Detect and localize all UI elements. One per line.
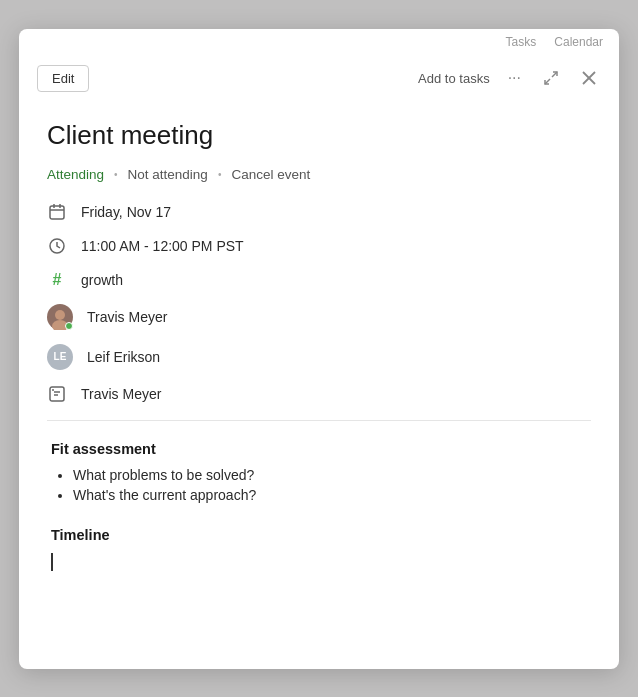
tag-row: # growth	[47, 270, 591, 290]
fit-assessment-heading: Fit assessment	[51, 441, 591, 457]
attendance-row: Attending • Not attending • Cancel event	[47, 167, 591, 182]
avatar-travis	[47, 304, 73, 330]
attending-option[interactable]: Attending	[47, 167, 104, 182]
attendee-row-1: LE Leif Erikson	[47, 344, 591, 370]
modal-header: Edit Add to tasks ···	[19, 51, 619, 102]
top-bar-tabs: Tasks Calendar	[500, 33, 609, 51]
more-options-button[interactable]: ···	[504, 67, 525, 89]
time-row: 11:00 AM - 12:00 PM PST	[47, 236, 591, 256]
date-row: Friday, Nov 17	[47, 202, 591, 222]
calendar-icon	[47, 202, 67, 222]
text-cursor	[51, 553, 53, 571]
fit-assessment-section: Fit assessment What problems to be solve…	[51, 441, 591, 503]
timeline-section: Timeline	[51, 527, 591, 575]
edit-button[interactable]: Edit	[37, 65, 89, 92]
cancel-event-option[interactable]: Cancel event	[231, 167, 310, 182]
dot-2: •	[218, 169, 222, 180]
top-bar: Tasks Calendar	[19, 29, 619, 51]
attendee-row-0: Travis Meyer	[47, 304, 591, 330]
tab-tasks[interactable]: Tasks	[500, 33, 543, 51]
online-indicator	[65, 322, 73, 330]
organizer-name: Travis Meyer	[81, 386, 161, 402]
attendee-name-1: Leif Erikson	[87, 349, 160, 365]
tag-icon: #	[47, 270, 67, 290]
list-item: What's the current approach?	[73, 487, 591, 503]
svg-point-10	[55, 310, 65, 320]
event-time: 11:00 AM - 12:00 PM PST	[81, 238, 244, 254]
clock-icon	[47, 236, 67, 256]
timeline-cursor-area[interactable]	[51, 553, 591, 575]
organizer-row: Travis Meyer	[47, 384, 591, 404]
expand-icon	[543, 70, 559, 86]
modal-overlay: Tasks Calendar Edit Add to tasks ···	[0, 0, 638, 697]
list-item: What problems to be solved?	[73, 467, 591, 483]
modal-body: Client meeting Attending • Not attending…	[19, 102, 619, 603]
fit-assessment-list: What problems to be solved? What's the c…	[51, 467, 591, 503]
organizer-icon	[47, 384, 67, 404]
notes-section: Fit assessment What problems to be solve…	[47, 441, 591, 575]
expand-button[interactable]	[539, 68, 563, 88]
svg-rect-12	[50, 387, 64, 401]
close-icon	[581, 70, 597, 86]
event-date: Friday, Nov 17	[81, 204, 171, 220]
timeline-heading: Timeline	[51, 527, 591, 543]
avatar-leif: LE	[47, 344, 73, 370]
event-modal: Tasks Calendar Edit Add to tasks ···	[19, 29, 619, 669]
event-title: Client meeting	[47, 120, 591, 151]
not-attending-option[interactable]: Not attending	[128, 167, 208, 182]
tab-calendar[interactable]: Calendar	[548, 33, 609, 51]
close-button[interactable]	[577, 68, 601, 88]
more-horizontal-icon: ···	[508, 69, 521, 87]
event-tag: growth	[81, 272, 123, 288]
dot-1: •	[114, 169, 118, 180]
info-rows: Friday, Nov 17 11:00 AM - 12:00 PM PST	[47, 202, 591, 404]
section-divider	[47, 420, 591, 421]
header-actions: Add to tasks ···	[418, 67, 601, 89]
attendee-name-0: Travis Meyer	[87, 309, 167, 325]
add-to-tasks-button[interactable]: Add to tasks	[418, 71, 490, 86]
svg-rect-4	[50, 206, 64, 219]
